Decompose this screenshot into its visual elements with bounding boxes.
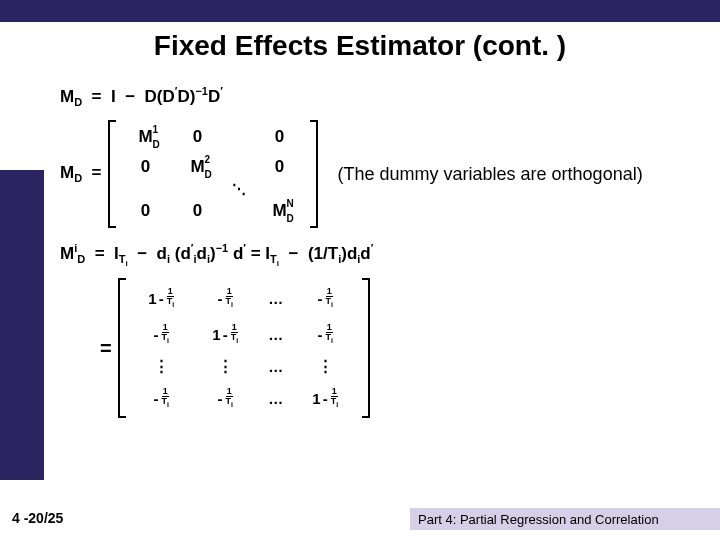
m41: -1Ti [153,387,169,409]
i42: i [231,401,233,408]
i12: i [231,301,233,308]
frac44: 1Ti [330,387,339,409]
den42: Ti [224,397,233,409]
equation-md-definition: MD = I − D(D′D)−1D′ [60,85,700,108]
i44: i [336,401,338,408]
d1: d [157,244,167,263]
sym-D: D [145,87,157,106]
i11: i [172,301,174,308]
equation-mdi: MiD = ITi − di (d′idi)−1 d′ = ITi − (1/T… [60,242,700,268]
eq3-eq: = [95,244,105,263]
min42: - [217,390,222,407]
i41: i [167,401,169,408]
footer-label: Part 4: Partial Regression and Correlati… [410,508,720,530]
cell-ddots: ⋱ [232,181,246,197]
m-sup1: 1 [152,124,158,135]
sym-eq2: = [92,163,102,182]
m-baseN: M [272,201,286,220]
i14: i [331,301,333,308]
m32: ⋮ [218,357,233,375]
m-sup2: 2 [204,154,210,165]
frac24: 1Ti [324,323,333,345]
cell-0f: 0 [193,201,202,221]
m44: 1-1Ti [312,387,339,409]
frac41: 1Ti [160,387,169,409]
m11: 1-1Ti [148,287,175,309]
one44: 1 [312,390,320,407]
m22: 1-1Ti [212,323,239,345]
sym-D2: D [177,87,189,106]
m23: … [268,326,283,343]
m24: -1Ti [317,323,333,345]
min21: - [153,326,158,343]
footer-text: Part 4: Partial Regression and Correlati… [418,512,659,527]
m14: -1Ti [317,287,333,309]
sym-I: I [111,87,116,106]
min24: - [317,326,322,343]
i21: i [167,337,169,344]
cell-0b: 0 [275,127,284,147]
min22: - [223,326,228,343]
cell-0: 0 [193,127,202,147]
m42: -1Ti [217,387,233,409]
cell-0c: 0 [141,157,150,177]
equation-explicit-matrix: = 1-1Ti -1Ti … -1Ti -1Ti 1-1Ti … -1Ti ⋮ … [100,278,700,418]
m34: ⋮ [318,357,333,375]
d3: d [197,244,207,263]
sub-D2: D [74,173,82,185]
cell-0d: 0 [275,157,284,177]
d2: d [180,244,190,263]
i24: i [331,337,333,344]
m43: … [268,390,283,407]
left-bar [0,170,44,480]
d5: d [347,244,357,263]
lhs-md: MD = [60,163,102,184]
bracket-right-icon [310,120,318,228]
orthogonal-note: (The dummy variables are orthogonal) [338,164,643,185]
top-bar [0,0,720,22]
block-matrix: MD1 0 0 0 MD2 0 ⋱ 0 0 MDN [108,120,318,228]
den21: Ti [160,333,169,345]
m-base: M [138,127,152,146]
sym-prime2: ′ [220,85,223,97]
frac11: 1Ti [166,287,175,309]
sym-M: M [60,87,74,106]
one22: 1 [212,326,220,343]
frac14: 1Ti [324,287,333,309]
slide-title: Fixed Effects Estimator (cont. ) [0,30,720,62]
minus3: − [137,244,147,263]
min14: - [317,290,322,307]
m-supN: N [286,198,293,209]
frac12: 1Ti [224,287,233,309]
sym-Dp: D [163,87,175,106]
m-sub: D [152,139,159,150]
pr2: ′ [243,242,246,254]
d4: d [233,244,243,263]
explicit-matrix: 1-1Ti -1Ti … -1Ti -1Ti 1-1Ti … -1Ti ⋮ ⋮ … [118,278,370,418]
sup-neg1: −1 [195,85,208,97]
neg13: −1 [216,242,229,254]
sub-d3: D [77,253,85,265]
d6: d [360,244,370,263]
sub-D: D [74,96,82,108]
cell-md1: MD1 [138,127,152,147]
equation-md-block: MD = MD1 0 0 0 MD2 0 ⋱ [60,120,700,228]
slide: Fixed Effects Estimator (cont. ) MD = I … [0,0,720,540]
sym-D3: D [208,87,220,106]
den14: Ti [324,297,333,309]
sym-eq: = [92,87,102,106]
min44: - [323,390,328,407]
content-area: MD = I − D(D′D)−1D′ MD = MD1 0 0 0 MD2 [60,85,700,418]
m33: … [268,358,283,375]
frac42: 1Ti [224,387,233,409]
cell-md2: MD2 [190,157,204,177]
den44: Ti [330,397,339,409]
sym-M2: M [60,163,74,182]
m-base2: M [190,157,204,176]
eq4: = [100,337,112,360]
bracket-left2-icon [118,278,126,418]
den24: Ti [324,333,333,345]
matrix-grid: MD1 0 0 0 MD2 0 ⋱ 0 0 MDN [116,120,310,228]
bracket-left-icon [108,120,116,228]
min12: - [217,290,222,307]
